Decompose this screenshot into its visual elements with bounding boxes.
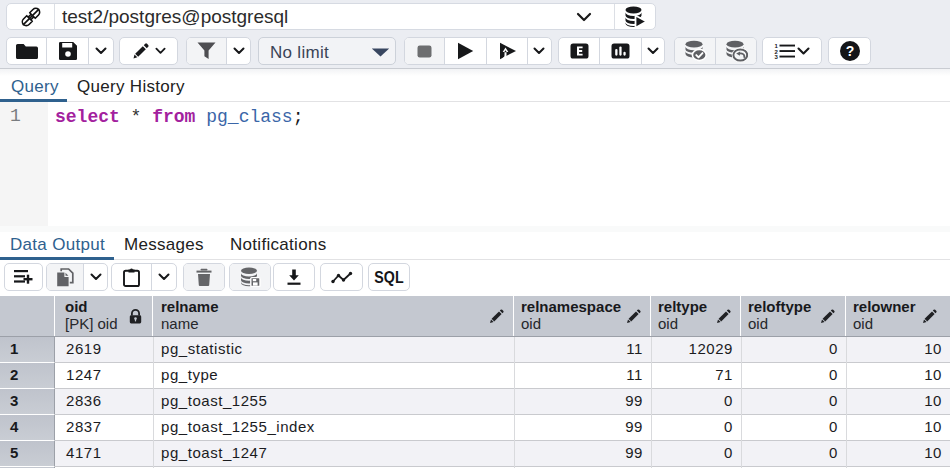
svg-text:3: 3 [775,54,779,60]
svg-text:?: ? [845,43,854,59]
